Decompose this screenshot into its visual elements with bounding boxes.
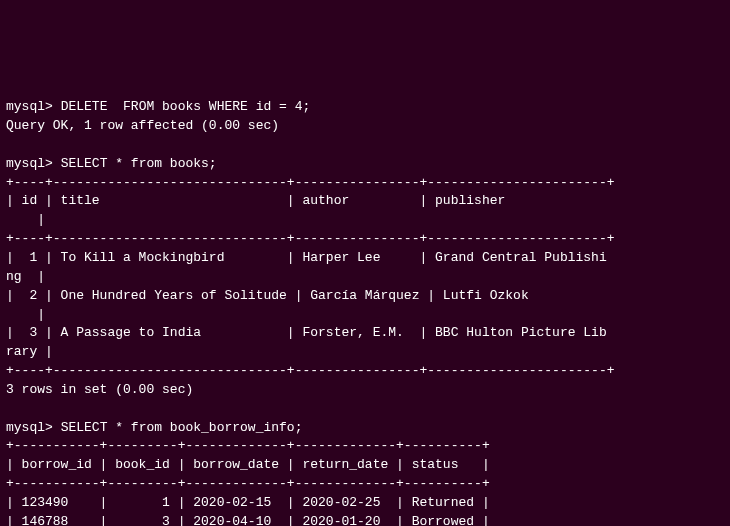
table-row: | 3 | A Passage to India | Forster, E.M.… [6, 325, 607, 340]
query-result: Query OK, 1 row affected (0.00 sec) [6, 118, 279, 133]
blank-line [6, 137, 14, 152]
table-border: +----+------------------------------+---… [6, 363, 615, 378]
mysql-prompt: mysql> [6, 420, 53, 435]
table-row-wrap: ng | [6, 269, 45, 284]
mysql-prompt-line[interactable]: mysql> DELETE FROM books WHERE id = 4; [6, 99, 310, 114]
table-border: +-----------+---------+-------------+---… [6, 438, 490, 453]
blank-line [6, 401, 14, 416]
sql-command-select-books: SELECT * from books; [61, 156, 217, 171]
sql-command-select-borrow: SELECT * from book_borrow_info; [61, 420, 303, 435]
table-border: +-----------+---------+-------------+---… [6, 476, 490, 491]
table-header-wrap: | [6, 212, 45, 227]
sql-command-delete: DELETE FROM books WHERE id = 4; [61, 99, 311, 114]
table-row-wrap: rary | [6, 344, 53, 359]
terminal-output: mysql> DELETE FROM books WHERE id = 4; Q… [6, 79, 724, 526]
mysql-prompt: mysql> [6, 156, 53, 171]
table-header: | id | title | author | publisher [6, 193, 607, 208]
table-row: | 146788 | 3 | 2020-04-10 | 2020-01-20 |… [6, 514, 490, 526]
table-row: | 123490 | 1 | 2020-02-15 | 2020-02-25 |… [6, 495, 490, 510]
rows-footer: 3 rows in set (0.00 sec) [6, 382, 193, 397]
table-header: | borrow_id | book_id | borrow_date | re… [6, 457, 490, 472]
mysql-prompt: mysql> [6, 99, 53, 114]
mysql-prompt-line[interactable]: mysql> SELECT * from book_borrow_info; [6, 420, 302, 435]
table-border: +----+------------------------------+---… [6, 231, 615, 246]
table-row: | 2 | One Hundred Years of Solitude | Ga… [6, 288, 607, 303]
table-row: | 1 | To Kill a Mockingbird | Harper Lee… [6, 250, 607, 265]
table-border: +----+------------------------------+---… [6, 175, 615, 190]
table-row-wrap: | [6, 307, 45, 322]
mysql-prompt-line[interactable]: mysql> SELECT * from books; [6, 156, 217, 171]
